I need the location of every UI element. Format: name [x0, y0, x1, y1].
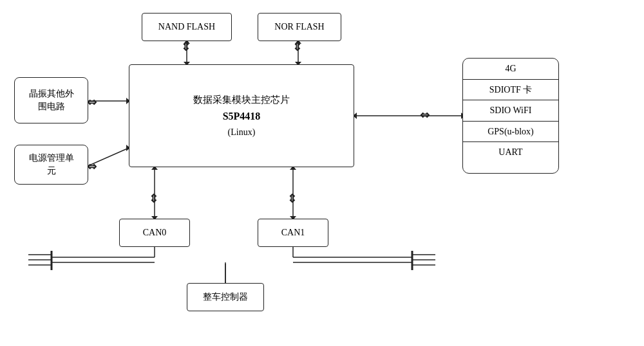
right-item-uart: UART	[463, 142, 558, 163]
power-label: 电源管理单	[29, 152, 74, 165]
crystal-box: 晶振其他外 围电路	[14, 77, 88, 123]
can1-label: CAN1	[281, 226, 305, 239]
right-item-gps: GPS(u-blox)	[463, 122, 558, 143]
main-chip-model: S5P4418	[223, 109, 261, 123]
nor-flash-label: NOR FLASH	[274, 21, 324, 33]
nand-arrow-symbol: ⇕	[181, 40, 191, 54]
nand-flash-box: NAND FLASH	[142, 13, 232, 41]
main-chip-title: 数据采集模块主控芯片	[193, 93, 290, 107]
right-item-sdiotf: SDIOTF 卡	[463, 80, 558, 101]
diagram: NAND FLASH NOR FLASH 数据采集模块主控芯片 S5P4418 …	[0, 0, 644, 346]
crystal-arrow-symbol: ⇔	[87, 95, 97, 109]
nand-flash-label: NAND FLASH	[158, 21, 215, 33]
vehicle-ctrl-box: 整车控制器	[187, 283, 264, 311]
can1-box: CAN1	[258, 219, 328, 247]
nor-arrow-symbol: ⇕	[292, 40, 302, 54]
can0-arrow-symbol: ⇕	[149, 192, 158, 206]
power-arrow-symbol: ⇔	[87, 159, 97, 174]
can0-label: CAN0	[143, 226, 167, 239]
vehicle-ctrl-label: 整车控制器	[203, 291, 248, 304]
can0-box: CAN0	[119, 219, 190, 247]
power-box: 电源管理单 元	[14, 145, 88, 185]
right-item-4g: 4G	[463, 59, 558, 80]
main-chip-box: 数据采集模块主控芯片 S5P4418 (Linux)	[129, 64, 354, 167]
right-panel-box: 4G SDIOTF 卡 SDIO WiFI GPS(u-blox) UART	[462, 58, 559, 174]
can1-arrow-symbol: ⇕	[287, 192, 297, 206]
right-panel-arrow-symbol: ⇔	[420, 108, 430, 122]
main-chip-os: (Linux)	[228, 126, 256, 139]
right-item-wifi: SDIO WiFI	[463, 100, 558, 122]
nor-flash-box: NOR FLASH	[258, 13, 341, 41]
crystal-label: 晶振其他外	[29, 87, 74, 100]
power-label2: 元	[47, 165, 56, 178]
crystal-label2: 围电路	[38, 100, 65, 113]
